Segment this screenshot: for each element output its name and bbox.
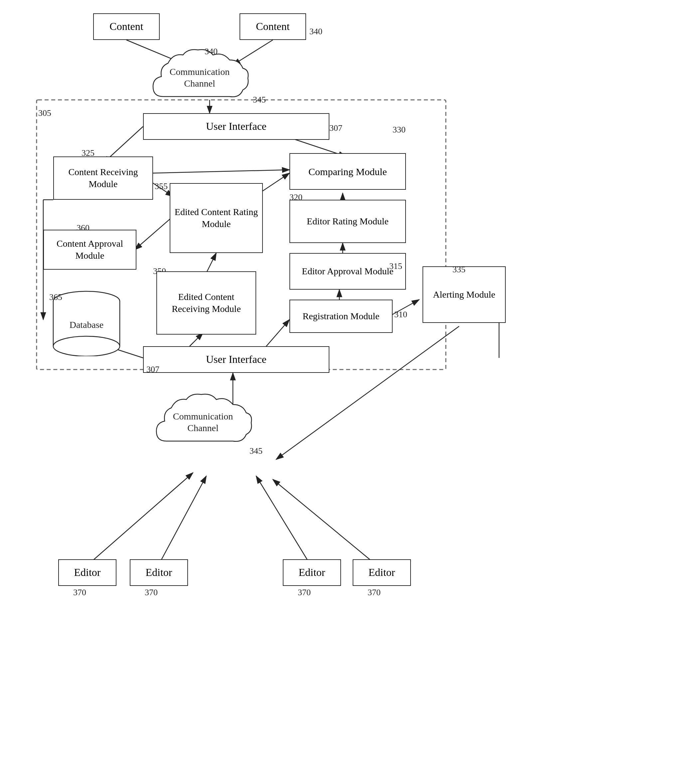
label-310: 310 [394,310,407,320]
user-interface-1: User Interface [143,113,329,140]
content-box-2: Content [240,13,306,40]
label-305: 305 [38,108,51,118]
diagram-container: Content Content Communication Channel 34… [0,0,700,780]
svg-line-9 [135,216,173,250]
svg-line-25 [256,476,311,566]
edited-content-rating-module: Edited Content Rating Module [170,183,263,253]
editor-box-1: Editor [58,559,117,586]
editor-box-3: Editor [283,559,341,586]
label-365: 365 [49,292,62,302]
cloud-bottom: Communication Channel [147,389,260,456]
svg-text:Channel: Channel [187,423,218,433]
svg-line-11 [206,253,216,273]
editor-box-2: Editor [130,559,188,586]
label-355: 355 [155,181,168,191]
svg-line-15 [190,333,203,346]
label-340b: 340 [309,27,322,37]
editor-approval-module: Editor Approval Module [290,253,406,290]
svg-point-35 [53,336,120,356]
svg-text:Database: Database [70,320,104,330]
cloud-top: Communication Channel [143,47,256,110]
editor-box-4: Editor [353,559,411,586]
label-315: 315 [389,261,402,271]
svg-text:Communication: Communication [173,411,233,421]
svg-line-24 [158,476,206,566]
registration-module: Registration Module [290,300,393,333]
editor-rating-module: Editor Rating Module [290,200,406,243]
label-370a: 370 [73,588,86,598]
label-370c: 370 [298,588,311,598]
svg-text:Channel: Channel [184,78,215,89]
edited-content-receiving-module: Edited Content Receiving Module [157,271,256,334]
svg-line-8 [153,170,290,173]
svg-text:Communication: Communication [170,67,230,77]
svg-line-23 [87,473,193,566]
label-335: 335 [452,265,465,275]
label-345a: 345 [253,95,266,105]
label-345b: 345 [250,446,262,456]
arrows-svg [0,0,700,780]
label-330: 330 [393,125,405,135]
comparing-module: Comparing Module [290,153,406,190]
label-340a: 340 [205,47,218,57]
alerting-module: Alerting Module [423,266,506,323]
content-receiving-module: Content Receiving Module [53,157,153,200]
label-307b: 307 [147,364,159,374]
label-307a: 307 [329,123,342,133]
content-box-1: Content [93,13,160,40]
svg-line-26 [273,479,378,566]
user-interface-2: User Interface [143,346,329,373]
content-approval-module: Content Approval Module [43,230,137,270]
label-370b: 370 [145,588,158,598]
svg-line-10 [260,173,290,193]
label-370d: 370 [368,588,381,598]
